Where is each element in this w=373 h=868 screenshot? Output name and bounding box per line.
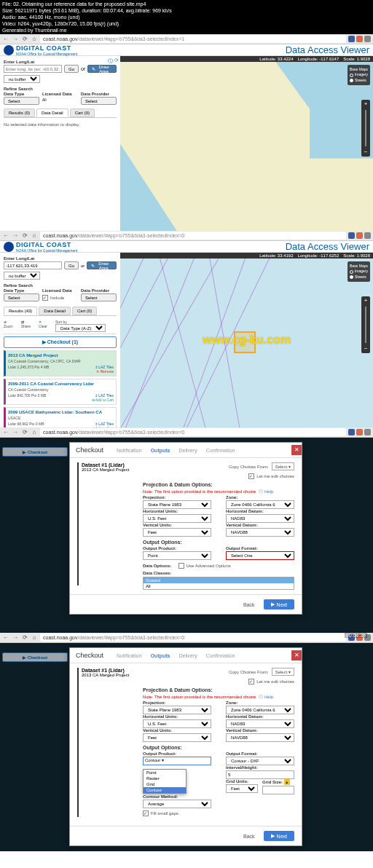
vunits-select[interactable]: Feet [143,528,211,537]
checkout-button[interactable]: ▶ Checkout (1) [4,336,117,348]
ext-icon[interactable] [348,36,355,42]
zone-select[interactable]: Zone 0406 California 6 [226,500,294,509]
forward-button[interactable]: → [12,232,19,240]
output-format-select[interactable]: Select One [226,551,294,560]
sort-select[interactable]: Data Type (A-Z) [55,324,106,332]
zone-select[interactable]: Zone 0406 California 6 [226,706,294,714]
tab-detail[interactable]: Data Detail [36,108,68,117]
url-bar[interactable]: coast.noaa.gov/dataviewer/#app=b755&6da3… [40,35,346,43]
fill-gaps-checkbox[interactable] [143,810,149,816]
advanced-checkbox[interactable] [178,563,184,569]
remove-button[interactable]: ✕ Remove [96,369,114,374]
tab-notification[interactable]: Notification [117,653,142,658]
edit-choices-checkbox[interactable] [248,473,254,479]
reload-button[interactable]: ⟳ [21,36,28,43]
menu-icon[interactable] [364,232,371,239]
home-button[interactable]: ⌂ [31,36,38,43]
tab-outputs[interactable]: Outputs [151,653,170,658]
class-ground[interactable]: Ground [144,577,294,583]
hdatum-select[interactable]: NAD83 [226,514,294,523]
url-bar[interactable]: coast.noaa.gov/dataviewer/#app=b755&6da3… [40,634,346,642]
tab-confirmation[interactable]: Confirmation [206,448,235,453]
refresh-icon[interactable]: ⟳ [114,58,119,65]
zoom-tool[interactable]: ⊕ Zoom [4,320,17,332]
menu-icon[interactable] [364,429,371,435]
dd-raster[interactable]: Raster [144,776,186,781]
reload-button[interactable]: ⟳ [21,634,28,642]
hdatum-select[interactable]: NAD83 [226,719,294,728]
interval-input[interactable] [226,770,294,779]
info-icon[interactable]: ⓘ [108,58,113,65]
next-button[interactable]: ▶ Next [264,831,294,841]
ext-icon[interactable] [348,232,355,239]
draw-area-button[interactable]: ✎ Draw Area [87,261,117,269]
back-button[interactable]: ← [2,36,9,43]
add-to-cart-button[interactable]: ⊕ Add to Cart [92,398,114,402]
dd-grid[interactable]: Grid [144,781,186,787]
tab-delivery[interactable]: Delivery [179,448,197,453]
zoom-out-button[interactable]: − [361,344,370,353]
contour-method-select[interactable]: Average [143,800,211,808]
url-bar[interactable]: coast.noaa.gov/dataviewer/#app=b755&6da3… [40,428,346,436]
logo[interactable]: DIGITAL COAST NOAA Office for Coastal Ma… [4,44,77,56]
reload-button[interactable]: ⟳ [21,429,28,436]
share-tool[interactable]: ⇄ Share [21,320,34,332]
zoom-out-button[interactable]: − [361,148,370,157]
next-button[interactable]: ▶ Next [264,599,294,609]
datatype-select[interactable]: Select [4,97,39,105]
output-product-select[interactable]: Contour ▾ [143,757,211,765]
close-button[interactable]: ✕ [291,650,302,660]
hunits-select[interactable]: U.S. Feet [143,719,211,728]
provider-select[interactable]: Select [81,293,117,301]
help-link[interactable]: ⓘ Help [259,489,273,494]
result-card[interactable]: 2013 CA Merged Project CA Coastal Conser… [4,350,117,376]
longlat-input[interactable] [4,65,62,73]
vdatum-select[interactable]: NAVD88 [226,528,294,537]
streets-radio[interactable]: Streets [350,275,368,279]
draw-area-button[interactable]: ✎ Draw Area [87,65,117,73]
grid-units-select[interactable]: Feet [226,784,258,793]
forward-button[interactable]: → [12,634,19,642]
ext-icon[interactable] [348,429,355,435]
home-button[interactable]: ⌂ [31,634,38,642]
result-card[interactable]: 2009-2011 CA Coastal Conservancy Lidar C… [4,379,117,405]
projection-select[interactable]: State Plane 1983 [143,500,211,509]
zoom-in-button[interactable]: + [361,296,370,305]
tab-confirmation[interactable]: Confirmation [206,653,235,658]
home-button[interactable]: ⌂ [31,429,38,436]
projection-select[interactable]: State Plane 1983 [143,706,211,714]
tab-detail[interactable]: Data Detail [39,307,71,315]
licensed-checkbox[interactable] [42,295,48,301]
tab-cart[interactable]: Cart (0) [72,307,97,315]
back-button[interactable]: ← [2,429,9,436]
provider-select[interactable]: Select [81,97,117,105]
imagery-radio[interactable]: Imagery [350,72,368,76]
back-button[interactable]: ← [2,634,9,642]
longlat-input[interactable] [4,261,62,269]
zoom-in-button[interactable]: + [361,100,370,108]
go-button[interactable]: Go [64,261,79,269]
tab-results[interactable]: Results (43) [4,307,37,315]
vunits-select[interactable]: Feet [143,733,211,742]
tab-outputs[interactable]: Outputs [151,448,170,453]
datatype-select[interactable]: Select [4,293,39,301]
ext-icon[interactable] [356,429,363,435]
tab-cart[interactable]: Cart (0) [70,108,95,117]
buffer-select[interactable]: no buffer [4,75,40,83]
go-button[interactable]: Go [64,65,79,73]
imagery-radio[interactable]: Imagery [350,269,368,273]
output-format-select[interactable]: Contour - DXF [226,757,294,765]
class-all[interactable]: All [144,583,294,589]
tab-results[interactable]: Results (0) [4,108,35,117]
back-button[interactable]: ← [2,232,9,240]
home-button[interactable]: ⌂ [31,232,38,240]
tab-notification[interactable]: Notification [117,448,142,453]
edit-choices-checkbox[interactable] [248,679,254,684]
forward-button[interactable]: → [12,36,19,43]
reload-button[interactable]: ⟳ [21,232,28,240]
zoom-slider[interactable] [365,110,366,146]
back-button[interactable]: Back [239,832,259,841]
back-button[interactable]: Back [239,600,259,609]
menu-icon[interactable] [364,36,371,42]
output-product-select[interactable]: Point [143,551,211,560]
